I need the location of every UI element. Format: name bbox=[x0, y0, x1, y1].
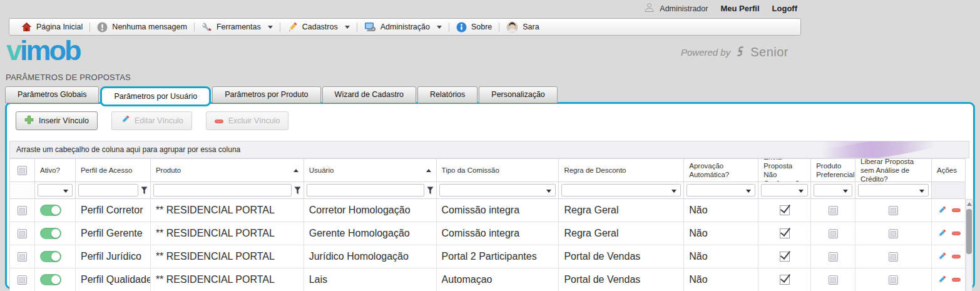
filter-dropdown-produto_preferencial[interactable] bbox=[814, 184, 852, 197]
filter-input-perfil[interactable] bbox=[78, 184, 138, 197]
column-header-label: Tipo da Comissão bbox=[442, 166, 499, 175]
column-header-envia_nao_conforme[interactable]: Envia Proposta Não Conforme? bbox=[758, 159, 811, 181]
row-select-checkbox[interactable] bbox=[18, 252, 27, 262]
tab-relatorios[interactable]: Relatórios bbox=[417, 86, 477, 103]
cell-acoes bbox=[932, 222, 966, 245]
filter-cell-tipo_comissao bbox=[437, 182, 559, 198]
my-profile-link[interactable]: Meu Perfil bbox=[720, 4, 759, 13]
cell-text: Não bbox=[689, 228, 707, 239]
edit-row-icon[interactable] bbox=[937, 206, 946, 215]
active-toggle-on[interactable] bbox=[40, 228, 61, 239]
active-toggle-on[interactable] bbox=[40, 274, 61, 285]
column-header-label: Produto Preferencial? bbox=[816, 161, 855, 179]
logoff-link[interactable]: Logoff bbox=[772, 4, 797, 13]
cell-text: Comissão integra bbox=[442, 205, 520, 216]
tab-parametros-por-produto[interactable]: Parâmetros por Produto bbox=[212, 86, 320, 103]
menu-item-administracao[interactable]: Administração bbox=[357, 19, 449, 35]
table-row[interactable]: Perfil Gerente** RESIDENCIAL PORTALGeren… bbox=[10, 222, 966, 245]
filter-cell-produto bbox=[151, 182, 304, 198]
edit-row-icon[interactable] bbox=[937, 229, 946, 238]
cell-select bbox=[10, 199, 35, 222]
delete-row-icon[interactable] bbox=[952, 255, 961, 258]
scroll-up-icon[interactable] bbox=[967, 202, 972, 206]
filter-cell-select bbox=[10, 182, 35, 198]
tab-personalizacao[interactable]: Personalização bbox=[479, 86, 557, 103]
chevron-down-icon bbox=[268, 26, 273, 29]
cell-regra_desconto: Portal de Vendas bbox=[559, 245, 684, 268]
column-header-regra_desconto[interactable]: Regra de Desconto bbox=[559, 159, 684, 181]
cell-ativo bbox=[35, 268, 76, 291]
menu-item-sobre[interactable]: Sobre bbox=[449, 19, 499, 35]
group-by-bar[interactable]: Arraste um cabeçalho de coluna aqui para… bbox=[9, 141, 969, 158]
column-header-ativo[interactable]: Ativo? bbox=[35, 159, 76, 181]
menu-item-sara[interactable]: Sara bbox=[499, 19, 546, 35]
row-select-checkbox[interactable] bbox=[18, 206, 27, 215]
column-header-usuario[interactable]: Usuário bbox=[304, 159, 437, 181]
cell-text: Não bbox=[689, 251, 707, 262]
table-row[interactable]: Perfil Qualidade** RESIDENCIAL PORTALLai… bbox=[10, 268, 966, 291]
column-header-produto_preferencial[interactable]: Produto Preferencial? bbox=[811, 159, 855, 181]
select-all-checkbox[interactable] bbox=[18, 166, 27, 175]
column-header-aprovacao_automatica[interactable]: Aprovação Automática? bbox=[684, 159, 758, 181]
menu-item-cadastros[interactable]: Cadastros bbox=[280, 19, 357, 35]
topbar: Administrador Meu Perfil Logoff bbox=[644, 3, 797, 14]
table-row[interactable]: Perfil Jurídico** RESIDENCIAL PORTALJurí… bbox=[10, 245, 966, 268]
filter-cell-ativo bbox=[35, 182, 76, 198]
filter-input-produto[interactable] bbox=[153, 184, 292, 197]
active-toggle-on[interactable] bbox=[40, 251, 61, 262]
menu-item-label: Nenhuma mensagem bbox=[112, 23, 187, 31]
cell-perfil: Perfil Corretor bbox=[76, 199, 151, 222]
tab-parametros-por-usuario[interactable]: Parâmetros por Usuário bbox=[100, 86, 211, 106]
filter-input-usuario[interactable] bbox=[307, 184, 424, 197]
scrollbar-thumb[interactable] bbox=[966, 209, 972, 254]
envia_nao_conforme-checked-checkbox bbox=[780, 252, 790, 262]
delete-link-button[interactable]: Excluir Vínculo bbox=[206, 111, 289, 130]
tab-wizard-de-cadastro[interactable]: Wizard de Cadastro bbox=[322, 86, 416, 103]
tab-parametros-globais[interactable]: Parâmetros Globais bbox=[5, 86, 99, 103]
cell-regra_desconto: Regra Geral bbox=[559, 222, 684, 245]
edit-link-button[interactable]: Editar Vínculo bbox=[111, 111, 192, 130]
filter-cell-envia_nao_conforme bbox=[758, 182, 811, 198]
edit-row-icon[interactable] bbox=[937, 275, 946, 285]
delete-row-icon[interactable] bbox=[952, 232, 961, 235]
filter-dropdown-regra_desconto[interactable] bbox=[561, 184, 681, 197]
menu-item-pagina-inicial[interactable]: Página Inicial bbox=[14, 19, 89, 35]
current-user-label: Administrador bbox=[660, 4, 708, 13]
delete-row-icon[interactable] bbox=[952, 278, 961, 282]
filter-dropdown-liberar_sem_analise[interactable] bbox=[858, 184, 929, 197]
active-toggle-on[interactable] bbox=[40, 205, 61, 216]
cell-regra_desconto: Portal de Vendas bbox=[559, 268, 684, 291]
table-row[interactable]: Perfil Corretor** RESIDENCIAL PORTALCorr… bbox=[10, 199, 966, 222]
menu-item-label: Administração bbox=[380, 23, 430, 31]
column-header-liberar_sem_analise[interactable]: Liberar Proposta sem Análise de Crédito? bbox=[855, 159, 932, 181]
filter-funnel-icon[interactable] bbox=[427, 186, 434, 195]
filter-dropdown-tipo_comissao[interactable] bbox=[439, 184, 556, 197]
cell-produto_preferencial bbox=[811, 268, 855, 291]
column-header-produto[interactable]: Produto bbox=[151, 159, 304, 181]
cell-tipo_comissao: Automaçao bbox=[437, 268, 559, 291]
parameters-panel: Inserir Vínculo Editar Vínculo Excluir V… bbox=[5, 102, 975, 289]
avatar bbox=[506, 21, 518, 33]
column-header-acoes[interactable]: Ações bbox=[932, 159, 966, 181]
cell-text: Portal 2 Participantes bbox=[442, 251, 537, 262]
row-select-checkbox[interactable] bbox=[18, 229, 27, 238]
edit-row-icon[interactable] bbox=[937, 252, 946, 262]
monitor-gear-icon bbox=[364, 22, 376, 32]
column-header-tipo_comissao[interactable]: Tipo da Comissão bbox=[437, 159, 559, 181]
scrollbar-track[interactable] bbox=[966, 199, 972, 291]
filter-funnel-icon[interactable] bbox=[294, 186, 301, 195]
menu-item-nenhuma-mensagem[interactable]: Nenhuma mensagem bbox=[90, 19, 194, 35]
filter-dropdown-ativo[interactable] bbox=[38, 184, 73, 197]
decorative-swoosh bbox=[768, 141, 956, 158]
filter-dropdown-aprovacao_automatica[interactable] bbox=[687, 184, 755, 197]
filter-funnel-icon[interactable] bbox=[141, 186, 148, 195]
delete-row-icon[interactable] bbox=[952, 208, 961, 212]
envia_nao_conforme-checked-checkbox bbox=[780, 205, 790, 215]
filter-dropdown-envia_nao_conforme[interactable] bbox=[761, 184, 808, 197]
row-select-checkbox[interactable] bbox=[18, 275, 27, 285]
column-header-perfil[interactable]: Perfil de Acesso bbox=[76, 159, 151, 181]
cell-select bbox=[10, 268, 35, 291]
insert-link-button[interactable]: Inserir Vínculo bbox=[16, 111, 98, 130]
menu-item-ferramentas[interactable]: Ferramentas bbox=[195, 19, 280, 35]
column-header-label: Ativo? bbox=[40, 166, 60, 175]
